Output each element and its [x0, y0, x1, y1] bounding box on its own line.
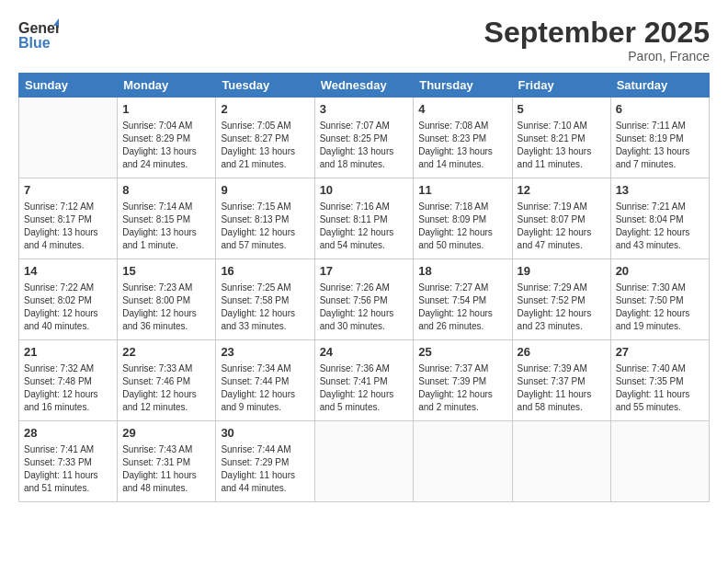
- day-info: Sunrise: 7:27 AMSunset: 7:54 PMDaylight:…: [418, 282, 506, 333]
- calendar-cell: 23Sunrise: 7:34 AMSunset: 7:44 PMDayligh…: [216, 340, 314, 421]
- day-info: Sunrise: 7:11 AMSunset: 8:19 PMDaylight:…: [616, 120, 704, 171]
- header: General Blue September 2025 Paron, Franc…: [18, 17, 710, 63]
- day-info: Sunrise: 7:14 AMSunset: 8:15 PMDaylight:…: [122, 201, 210, 252]
- day-info: Sunrise: 7:23 AMSunset: 8:00 PMDaylight:…: [122, 282, 210, 333]
- day-number: 6: [616, 101, 704, 118]
- calendar-cell: 5Sunrise: 7:10 AMSunset: 8:21 PMDaylight…: [512, 98, 610, 178]
- day-info: Sunrise: 7:29 AMSunset: 7:52 PMDaylight:…: [518, 282, 606, 333]
- header-saturday: Saturday: [610, 74, 709, 98]
- calendar-cell: 30Sunrise: 7:44 AMSunset: 7:29 PMDayligh…: [216, 421, 314, 502]
- day-info: Sunrise: 7:40 AMSunset: 7:35 PMDaylight:…: [616, 362, 704, 414]
- calendar-cell: 8Sunrise: 7:14 AMSunset: 8:15 PMDaylight…: [118, 178, 216, 259]
- svg-text:Blue: Blue: [18, 35, 51, 51]
- day-number: 14: [24, 263, 112, 280]
- calendar-cell: 21Sunrise: 7:32 AMSunset: 7:48 PMDayligh…: [19, 340, 118, 421]
- header-sunday: Sunday: [19, 74, 118, 98]
- calendar-cell: 18Sunrise: 7:27 AMSunset: 7:54 PMDayligh…: [414, 259, 512, 340]
- day-number: 1: [122, 101, 210, 118]
- day-info: Sunrise: 7:21 AMSunset: 8:04 PMDaylight:…: [616, 201, 704, 252]
- day-info: Sunrise: 7:37 AMSunset: 7:39 PMDaylight:…: [418, 362, 506, 414]
- day-info: Sunrise: 7:19 AMSunset: 8:07 PMDaylight:…: [518, 201, 606, 252]
- header-wednesday: Wednesday: [314, 74, 414, 98]
- day-number: 27: [616, 344, 704, 361]
- calendar-cell: [19, 98, 118, 178]
- day-number: 19: [518, 263, 606, 280]
- header-thursday: Thursday: [414, 74, 512, 98]
- day-number: 2: [221, 101, 309, 118]
- header-monday: Monday: [118, 74, 216, 98]
- day-number: 12: [518, 182, 606, 199]
- logo: General Blue: [18, 17, 59, 52]
- calendar-cell: 15Sunrise: 7:23 AMSunset: 8:00 PMDayligh…: [118, 259, 216, 340]
- month-title: September 2025: [484, 17, 710, 49]
- calendar-cell: 11Sunrise: 7:18 AMSunset: 8:09 PMDayligh…: [414, 178, 512, 259]
- calendar-cell: 29Sunrise: 7:43 AMSunset: 7:31 PMDayligh…: [118, 421, 216, 502]
- day-number: 24: [320, 344, 409, 361]
- calendar-cell: 28Sunrise: 7:41 AMSunset: 7:33 PMDayligh…: [19, 421, 118, 502]
- calendar-week-5: 28Sunrise: 7:41 AMSunset: 7:33 PMDayligh…: [19, 421, 710, 502]
- day-number: 3: [320, 101, 409, 118]
- day-info: Sunrise: 7:25 AMSunset: 7:58 PMDaylight:…: [221, 282, 309, 333]
- day-info: Sunrise: 7:43 AMSunset: 7:31 PMDaylight:…: [122, 443, 210, 495]
- day-info: Sunrise: 7:07 AMSunset: 8:25 PMDaylight:…: [320, 120, 409, 171]
- svg-text:General: General: [18, 20, 59, 36]
- calendar-cell: 26Sunrise: 7:39 AMSunset: 7:37 PMDayligh…: [512, 340, 610, 421]
- day-number: 29: [122, 425, 210, 442]
- calendar-cell: [512, 421, 610, 502]
- day-number: 17: [320, 263, 409, 280]
- calendar-cell: [610, 421, 709, 502]
- day-info: Sunrise: 7:05 AMSunset: 8:27 PMDaylight:…: [221, 120, 309, 171]
- day-number: 5: [518, 101, 606, 118]
- day-number: 25: [418, 344, 506, 361]
- calendar-cell: 16Sunrise: 7:25 AMSunset: 7:58 PMDayligh…: [216, 259, 314, 340]
- header-friday: Friday: [512, 74, 610, 98]
- calendar-cell: 10Sunrise: 7:16 AMSunset: 8:11 PMDayligh…: [314, 178, 414, 259]
- day-info: Sunrise: 7:10 AMSunset: 8:21 PMDaylight:…: [518, 120, 606, 171]
- day-number: 13: [616, 182, 704, 199]
- day-info: Sunrise: 7:26 AMSunset: 7:56 PMDaylight:…: [320, 282, 409, 333]
- calendar-cell: 9Sunrise: 7:15 AMSunset: 8:13 PMDaylight…: [216, 178, 314, 259]
- calendar-cell: 24Sunrise: 7:36 AMSunset: 7:41 PMDayligh…: [314, 340, 414, 421]
- calendar-cell: 20Sunrise: 7:30 AMSunset: 7:50 PMDayligh…: [610, 259, 709, 340]
- day-info: Sunrise: 7:41 AMSunset: 7:33 PMDaylight:…: [24, 443, 112, 495]
- day-number: 15: [122, 263, 210, 280]
- day-number: 30: [221, 425, 309, 442]
- day-number: 7: [24, 182, 112, 199]
- day-info: Sunrise: 7:44 AMSunset: 7:29 PMDaylight:…: [221, 443, 309, 495]
- day-number: 11: [418, 182, 506, 199]
- calendar-week-1: 1Sunrise: 7:04 AMSunset: 8:29 PMDaylight…: [19, 98, 710, 178]
- header-tuesday: Tuesday: [216, 74, 314, 98]
- calendar-cell: 3Sunrise: 7:07 AMSunset: 8:25 PMDaylight…: [314, 98, 414, 178]
- calendar-cell: 13Sunrise: 7:21 AMSunset: 8:04 PMDayligh…: [610, 178, 709, 259]
- calendar-cell: 14Sunrise: 7:22 AMSunset: 8:02 PMDayligh…: [19, 259, 118, 340]
- logo-svg: General Blue: [18, 17, 59, 52]
- day-number: 18: [418, 263, 506, 280]
- day-info: Sunrise: 7:16 AMSunset: 8:11 PMDaylight:…: [320, 201, 409, 252]
- day-info: Sunrise: 7:36 AMSunset: 7:41 PMDaylight:…: [320, 362, 409, 414]
- calendar-week-3: 14Sunrise: 7:22 AMSunset: 8:02 PMDayligh…: [19, 259, 710, 340]
- title-area: September 2025 Paron, France: [484, 17, 710, 63]
- calendar-cell: 1Sunrise: 7:04 AMSunset: 8:29 PMDaylight…: [118, 98, 216, 178]
- day-number: 9: [221, 182, 309, 199]
- calendar-cell: 19Sunrise: 7:29 AMSunset: 7:52 PMDayligh…: [512, 259, 610, 340]
- calendar-table: Sunday Monday Tuesday Wednesday Thursday…: [18, 73, 710, 502]
- day-info: Sunrise: 7:34 AMSunset: 7:44 PMDaylight:…: [221, 362, 309, 414]
- page: General Blue September 2025 Paron, Franc…: [0, 0, 728, 563]
- day-number: 20: [616, 263, 704, 280]
- day-info: Sunrise: 7:32 AMSunset: 7:48 PMDaylight:…: [24, 362, 112, 414]
- calendar-cell: 7Sunrise: 7:12 AMSunset: 8:17 PMDaylight…: [19, 178, 118, 259]
- calendar-cell: 22Sunrise: 7:33 AMSunset: 7:46 PMDayligh…: [118, 340, 216, 421]
- day-number: 4: [418, 101, 506, 118]
- day-info: Sunrise: 7:15 AMSunset: 8:13 PMDaylight:…: [221, 201, 309, 252]
- day-info: Sunrise: 7:30 AMSunset: 7:50 PMDaylight:…: [616, 282, 704, 333]
- day-number: 26: [518, 344, 606, 361]
- day-number: 10: [320, 182, 409, 199]
- day-number: 22: [122, 344, 210, 361]
- calendar-cell: 25Sunrise: 7:37 AMSunset: 7:39 PMDayligh…: [414, 340, 512, 421]
- day-number: 21: [24, 344, 112, 361]
- day-number: 28: [24, 425, 112, 442]
- day-info: Sunrise: 7:04 AMSunset: 8:29 PMDaylight:…: [122, 120, 210, 171]
- day-number: 23: [221, 344, 309, 361]
- calendar-cell: 12Sunrise: 7:19 AMSunset: 8:07 PMDayligh…: [512, 178, 610, 259]
- day-info: Sunrise: 7:22 AMSunset: 8:02 PMDaylight:…: [24, 282, 112, 333]
